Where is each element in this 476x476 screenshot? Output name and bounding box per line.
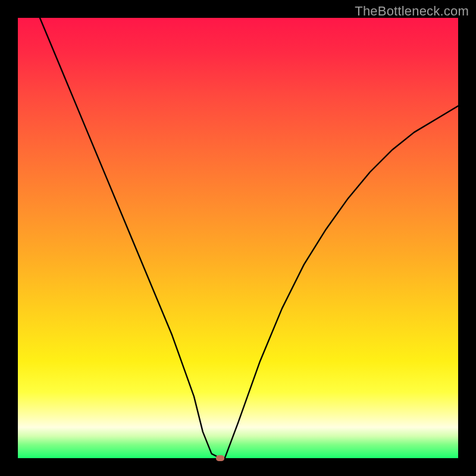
bottleneck-curve	[40, 18, 458, 458]
plot-area	[18, 18, 458, 458]
optimal-point-marker	[216, 455, 224, 461]
curve-svg	[18, 18, 458, 458]
watermark-text: TheBottleneck.com	[355, 4, 469, 19]
chart-container: TheBottleneck.com	[0, 0, 476, 476]
